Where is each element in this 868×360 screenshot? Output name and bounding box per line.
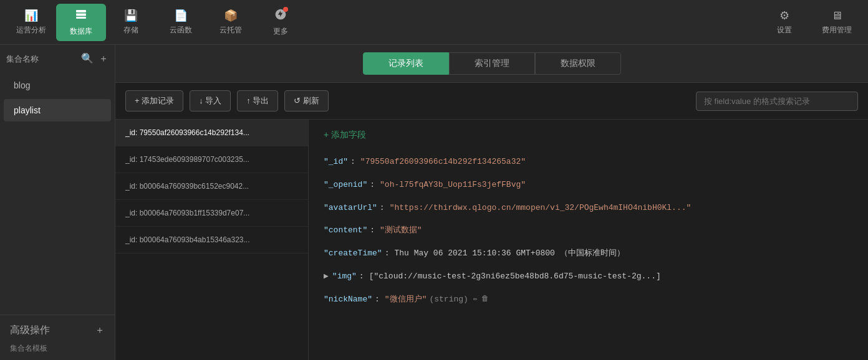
field-key: "content" [324, 224, 367, 237]
nav-storage-label: 存储 [123, 25, 138, 36]
settings-icon: ⚙ [779, 9, 789, 22]
svg-rect-0 [76, 10, 86, 12]
field-value: "微信用户" [385, 293, 427, 306]
nav-cloudhosting[interactable]: 📦 云托管 [206, 4, 256, 41]
more-icon [274, 8, 287, 24]
top-nav: 📊 运营分析 数据库 💾 存储 📄 云函数 📦 云托管 更多 [0, 0, 868, 45]
nav-analytics[interactable]: 📊 运营分析 [6, 4, 56, 41]
sidebar-header-label: 集合名称 [6, 54, 39, 65]
field-value: "79550af26093966c14b292f134265a32" [360, 156, 526, 169]
field-edit-icon[interactable]: ✏ [473, 293, 478, 305]
field-row-createtime: "createTime" : Thu May 06 2021 15:10:36 … [324, 242, 853, 265]
field-value: Thu May 06 2021 15:10:36 GMT+0800 （中国标准时… [394, 247, 624, 260]
nav-settings-label: 设置 [777, 25, 792, 36]
add-field-button[interactable]: + 添加字段 [324, 130, 366, 141]
sidebar-advanced-label: 高级操作 [10, 324, 50, 337]
nav-database[interactable]: 数据库 [56, 4, 106, 41]
field-key: "_id" [324, 156, 348, 169]
sidebar-advanced-add[interactable]: ＋ [95, 324, 105, 337]
field-actions: ✏ 🗑 [473, 293, 489, 305]
sidebar-header-actions: 🔍 ＋ [81, 52, 109, 65]
field-key: "avatarUrl" [324, 202, 377, 215]
record-item[interactable]: _id: 79550af26093966c14b292f134... [115, 120, 308, 146]
tab-index[interactable]: 索引管理 [449, 52, 535, 75]
content-area: 记录列表 索引管理 数据权限 + 添加记录 ↓ 导入 ↑ 导出 ↺ 刷新 _id… [115, 45, 868, 360]
nav-billing[interactable]: 🖥 费用管理 [812, 4, 862, 41]
svg-rect-2 [76, 17, 86, 19]
cloudhosting-icon: 📦 [224, 9, 238, 22]
toolbar: + 添加记录 ↓ 导入 ↑ 导出 ↺ 刷新 [115, 83, 868, 120]
field-row-avatarurl: "avatarUrl" : "https://thirdwx.qlogo.cn/… [324, 197, 853, 220]
record-item[interactable]: _id: b00064a76093b4ab15346a323... [115, 227, 308, 253]
nav-more[interactable]: 更多 [256, 4, 306, 41]
field-expand-arrow[interactable]: ▶ [324, 270, 329, 283]
analytics-icon: 📊 [24, 9, 38, 22]
sidebar: 集合名称 🔍 ＋ blog playlist 高级操作 ＋ 集合名模板 [0, 45, 115, 360]
export-button[interactable]: ↑ 导出 [237, 90, 278, 111]
nav-cloudfunc[interactable]: 📄 云函数 [156, 4, 206, 41]
field-value: ["cloud://music-test-2g3ni6ez5be48bd8.6d… [369, 270, 661, 283]
sidebar-add-button[interactable]: ＋ [99, 52, 109, 65]
storage-icon: 💾 [124, 9, 138, 22]
record-item[interactable]: _id: 17453ede6093989707c003235... [115, 146, 308, 173]
field-value: "https://thirdwx.qlogo.cn/mmopen/vi_32/P… [390, 202, 692, 215]
sidebar-bottom: 高级操作 ＋ 集合名模板 [0, 315, 115, 360]
field-value: "测试数据" [380, 224, 422, 237]
field-key: "nickName" [324, 293, 372, 306]
sidebar-item-blog[interactable]: blog [4, 74, 111, 97]
svg-rect-1 [76, 13, 86, 16]
search-input[interactable] [696, 92, 858, 111]
nav-cloudfunc-label: 云函数 [170, 25, 192, 36]
field-key: "_openid" [324, 179, 367, 192]
tabs-bar: 记录列表 索引管理 数据权限 [115, 45, 868, 83]
sidebar-header: 集合名称 🔍 ＋ [0, 45, 115, 73]
field-key: "createTime" [324, 247, 382, 260]
add-record-button[interactable]: + 添加记录 [125, 90, 183, 111]
sidebar-sub-label: 集合名模板 [6, 339, 109, 354]
nav-settings[interactable]: ⚙ 设置 [760, 4, 809, 41]
split-pane: _id: 79550af26093966c14b292f134... _id: … [115, 120, 868, 360]
record-list: _id: 79550af26093966c14b292f134... _id: … [115, 120, 309, 360]
import-button[interactable]: ↓ 导入 [190, 90, 231, 111]
sidebar-search-button[interactable]: 🔍 [81, 52, 94, 65]
cloudfunc-icon: 📄 [174, 9, 188, 22]
main-layout: 集合名称 🔍 ＋ blog playlist 高级操作 ＋ 集合名模板 记录列表… [0, 45, 868, 360]
tab-records[interactable]: 记录列表 [363, 52, 449, 75]
billing-icon: 🖥 [831, 9, 842, 22]
field-row-nickname: "nickName" : "微信用户" (string) ✏ 🗑 [324, 288, 853, 311]
database-icon [75, 8, 87, 24]
tab-permissions[interactable]: 数据权限 [535, 52, 621, 75]
nav-database-label: 数据库 [70, 26, 92, 37]
record-detail: + 添加字段 "_id" : "79550af26093966c14b292f1… [309, 120, 868, 360]
nav-right: ⚙ 设置 🖥 费用管理 [760, 4, 862, 41]
refresh-button[interactable]: ↺ 刷新 [284, 90, 329, 111]
nav-billing-label: 费用管理 [822, 25, 852, 36]
field-key: "img" [332, 270, 357, 283]
field-delete-icon[interactable]: 🗑 [481, 293, 489, 305]
sidebar-advanced-ops: 高级操作 ＋ [6, 321, 109, 339]
field-row-id: "_id" : "79550af26093966c14b292f134265a3… [324, 151, 853, 174]
field-value: "oh-l75fqAY3b_Uop11Fs3jefFBvg" [380, 179, 526, 192]
sidebar-item-playlist[interactable]: playlist [4, 99, 111, 121]
field-row-img: ▶ "img" : ["cloud://music-test-2g3ni6ez5… [324, 265, 853, 288]
record-item[interactable]: _id: b00064a760939bc6152ec9042... [115, 173, 308, 200]
field-row-content: "content" : "测试数据" [324, 219, 853, 242]
nav-analytics-label: 运营分析 [16, 25, 46, 36]
record-item[interactable]: _id: b00064a76093b1ff15339d7e07... [115, 200, 308, 227]
nav-cloudhosting-label: 云托管 [219, 25, 242, 36]
nav-storage[interactable]: 💾 存储 [106, 4, 156, 41]
field-row-openid: "_openid" : "oh-l75fqAY3b_Uop11Fs3jefFBv… [324, 174, 853, 197]
nav-more-label: 更多 [273, 26, 288, 37]
